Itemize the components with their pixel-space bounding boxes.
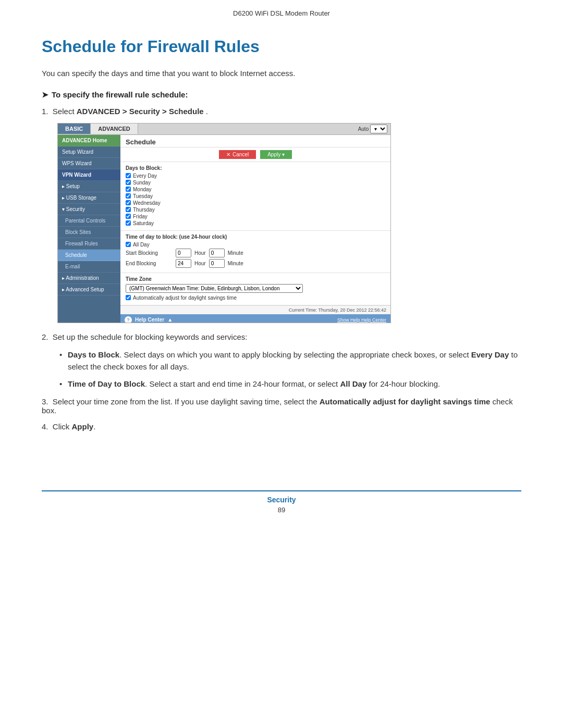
sidebar-item-schedule[interactable]: Schedule xyxy=(58,250,120,261)
show-help-link[interactable]: Show Help Help Center xyxy=(337,317,386,323)
sidebar-item-usb-storage[interactable]: ▸ USB Storage xyxy=(58,192,120,204)
router-main: Schedule ✕ Cancel Apply ▾ Days to Block: xyxy=(120,135,390,323)
help-icon: ? xyxy=(125,316,132,323)
dst-label: Automatically adjust for daylight saving… xyxy=(133,295,237,301)
apply-button[interactable]: Apply ▾ xyxy=(260,150,292,159)
checkbox-dst[interactable] xyxy=(126,295,131,300)
footer-section: Security xyxy=(267,496,296,504)
sidebar-item-administration[interactable]: ▸ Administration xyxy=(58,273,120,284)
bullet-time-bold: Time of Day to Block xyxy=(68,379,145,388)
end-minute-label: Minute xyxy=(228,261,243,266)
router-sidebar: ADVANCED Home Setup Wizard WPS Wizard VP… xyxy=(58,135,120,323)
checkbox-all-day[interactable] xyxy=(126,242,131,247)
day-friday: Friday xyxy=(126,214,385,219)
day-thursday: Thursday xyxy=(126,207,385,213)
header-title: D6200 WiFi DSL Modem Router xyxy=(233,9,330,17)
step-3-number: 3. xyxy=(42,397,48,406)
bullet-days-bold: Days to Block xyxy=(68,350,119,359)
days-section-title: Days to Block: xyxy=(126,165,385,171)
end-hour-input[interactable] xyxy=(176,259,191,268)
intro-text: You can specify the days and time that y… xyxy=(42,68,521,80)
day-saturday: Saturday xyxy=(126,220,385,226)
sidebar-item-wps-wizard[interactable]: WPS Wizard xyxy=(58,158,120,169)
sidebar-item-parental-controls[interactable]: Parental Controls xyxy=(58,215,120,227)
cancel-button[interactable]: ✕ Cancel xyxy=(219,150,256,159)
checkbox-every-day[interactable] xyxy=(126,173,131,178)
help-arrow-icon: ▲ xyxy=(167,317,173,323)
end-blocking-row: End Blocking Hour Minute xyxy=(126,259,385,268)
tz-section-title: Time Zone xyxy=(126,276,385,282)
end-minute-input[interactable] xyxy=(209,259,225,268)
checkbox-sunday[interactable] xyxy=(126,180,131,185)
sidebar-item-firewall-rules[interactable]: Firewall Rules xyxy=(58,238,120,250)
bullet-days: Days to Block. Select days on which you … xyxy=(57,349,521,373)
doc-footer: Security 89 xyxy=(42,490,521,514)
step-3: 3. Select your time zone from the list. … xyxy=(42,397,521,415)
start-hour-label: Hour xyxy=(194,250,206,256)
footer-page: 89 xyxy=(278,506,285,514)
step-4: 4. Click Apply. xyxy=(42,422,521,431)
sidebar-item-advanced-setup[interactable]: ▸ Advanced Setup xyxy=(58,284,120,295)
step-2-bullets: Days to Block. Select days on which you … xyxy=(57,349,521,390)
timezone-select[interactable]: (GMT) Greenwich Mean Time: Dubie, Edinbu… xyxy=(126,284,303,293)
bullet-every-day-bold: Every Day xyxy=(471,350,509,359)
timezone-section: Time Zone (GMT) Greenwich Mean Time: Dub… xyxy=(120,273,390,305)
bullet-all-day-bold: All Day xyxy=(340,379,366,388)
sidebar-item-block-sites[interactable]: Block Sites xyxy=(58,227,120,238)
sidebar-item-vpn-wizard[interactable]: VPN Wizard xyxy=(58,169,120,181)
help-center-bar: ? Help Center ▲ Show Help Help Center xyxy=(120,314,390,323)
content-area: Schedule for Firewall Rules You can spec… xyxy=(0,21,563,470)
step-4-text: Click xyxy=(53,422,72,431)
start-hour-input[interactable] xyxy=(176,249,191,257)
sidebar-item-setup-wizard[interactable]: Setup Wizard xyxy=(58,146,120,158)
start-minute-input[interactable] xyxy=(209,249,225,257)
page-title: Schedule for Firewall Rules xyxy=(42,37,521,56)
current-time: Current Time: Thursday, 20 Dec 2012 22:5… xyxy=(289,307,386,313)
checkbox-saturday[interactable] xyxy=(126,220,131,226)
step-3-text: Select your time zone from the list. If … xyxy=(53,397,320,406)
auto-label: Auto ▾ xyxy=(355,124,390,134)
arrow-icon: ➤ xyxy=(42,90,48,100)
step-1-prefix: Select xyxy=(53,107,77,116)
time-section-title: Time of day to block: (use 24-hour clock… xyxy=(126,234,385,240)
all-day-label: All Day xyxy=(133,242,150,248)
section-heading-text: To specify the firewall rule schedule: xyxy=(52,90,188,99)
end-hour-label: Hour xyxy=(194,261,206,266)
step-2-number: 2. xyxy=(42,332,48,341)
checkbox-monday[interactable] xyxy=(126,187,131,192)
step-2-text: Set up the schedule for blocking keyword… xyxy=(53,332,248,341)
help-center-label: Help Center xyxy=(135,317,164,323)
step-1-end: . xyxy=(206,107,208,116)
sidebar-item-advanced-home[interactable]: ADVANCED Home xyxy=(58,135,120,146)
bullet-list: Days to Block. Select days on which you … xyxy=(57,349,521,390)
days-section: Days to Block: Every Day Sunday Monday xyxy=(120,162,390,231)
action-bar: ✕ Cancel Apply ▾ xyxy=(120,147,390,162)
checkbox-friday[interactable] xyxy=(126,214,131,219)
current-time-bar: Current Time: Thursday, 20 Dec 2012 22:5… xyxy=(120,305,390,314)
start-label: Start Blocking xyxy=(126,250,173,256)
time-section: Time of day to block: (use 24-hour clock… xyxy=(120,231,390,273)
auto-select[interactable]: ▾ xyxy=(370,125,387,133)
bullet-time: Time of Day to Block. Select a start and… xyxy=(57,378,521,390)
end-label: End Blocking xyxy=(126,261,173,266)
router-body: ADVANCED Home Setup Wizard WPS Wizard VP… xyxy=(58,135,390,323)
step-1: 1. Select ADVANCED > Security > Schedule… xyxy=(42,107,521,116)
sidebar-item-email[interactable]: E-mail xyxy=(58,261,120,273)
tab-basic[interactable]: BASIC xyxy=(58,124,91,134)
router-ui: BASIC ADVANCED Auto ▾ ADVANCED Home Setu… xyxy=(57,123,391,323)
checkbox-thursday[interactable] xyxy=(126,207,131,212)
sidebar-item-security[interactable]: ▾ Security xyxy=(58,204,120,215)
sidebar-item-setup[interactable]: ▸ Setup xyxy=(58,181,120,192)
tab-advanced[interactable]: ADVANCED xyxy=(91,124,138,134)
checkbox-wednesday[interactable] xyxy=(126,200,131,205)
day-monday: Monday xyxy=(126,187,385,192)
step-2: 2. Set up the schedule for blocking keyw… xyxy=(42,332,521,341)
cancel-icon: ✕ xyxy=(226,152,230,157)
tab-bar: BASIC ADVANCED Auto ▾ xyxy=(58,124,390,135)
start-blocking-row: Start Blocking Hour Minute xyxy=(126,249,385,257)
checkbox-tuesday[interactable] xyxy=(126,193,131,199)
step-4-number: 4. xyxy=(42,422,48,431)
day-wednesday: Wednesday xyxy=(126,200,385,206)
step-1-number: 1. xyxy=(42,107,51,116)
step-1-bold: ADVANCED > Security > Schedule xyxy=(77,107,204,116)
